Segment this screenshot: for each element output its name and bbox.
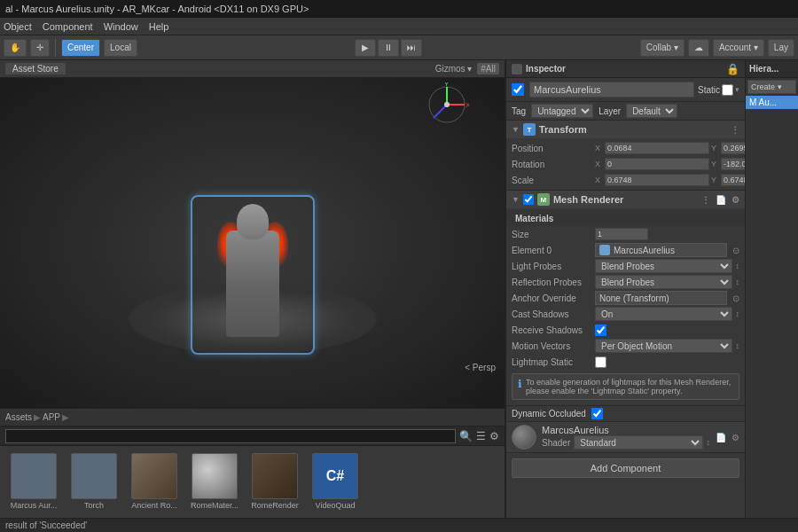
pos-x-input[interactable]	[605, 142, 709, 154]
move-tool-btn[interactable]: ✛	[30, 39, 50, 57]
add-component-btn[interactable]: Add Component	[512, 458, 739, 478]
lightmap-static-checkbox[interactable]	[595, 356, 606, 368]
mesh-renderer-options[interactable]: ⋮	[701, 195, 710, 205]
material-shader-row: Shader Standard ↕	[542, 435, 710, 450]
selection-glow	[191, 195, 315, 355]
static-dropdown-arrow[interactable]: ▾	[735, 85, 739, 94]
layer-select[interactable]: Default	[626, 104, 677, 118]
lock-icon[interactable]: 🔒	[726, 63, 739, 75]
mesh-renderer-enabled[interactable]	[523, 194, 534, 205]
anchor-override-ref[interactable]: None (Transform)	[595, 291, 727, 305]
rot-y-field: Y	[711, 158, 745, 170]
asset-item-torch[interactable]: Torch	[67, 453, 121, 510]
search-icon[interactable]: 🔍	[459, 430, 473, 442]
collab-btn[interactable]: Collab ▾	[640, 39, 685, 57]
transform-options[interactable]: ⋮	[731, 125, 739, 135]
light-probes-select[interactable]: Blend Probes	[595, 259, 732, 273]
inspector-panel: Inspector 🔒 Static ▾ Tag Untagged Layer …	[505, 60, 745, 532]
asset-thumb-romemater	[192, 453, 238, 499]
step-btn[interactable]: ⏭	[401, 39, 422, 57]
position-xyz: X Y Z	[595, 142, 745, 154]
scale-x-label: X	[595, 176, 604, 184]
tag-layer-row: Tag Untagged Layer Default	[506, 102, 745, 121]
all-dropdown[interactable]: #All	[477, 63, 499, 74]
filter-icon[interactable]: ☰	[476, 430, 486, 442]
layer-label: Layer	[598, 106, 621, 116]
hierarchy-create-btn[interactable]: Create ▾	[747, 80, 796, 94]
pos-y-input[interactable]	[721, 142, 745, 154]
scene-content[interactable]: X Y < Persp	[0, 78, 505, 408]
breadcrumb-assets[interactable]: Assets	[5, 412, 32, 422]
size-input[interactable]	[595, 228, 648, 240]
element0-target-btn[interactable]: ⊙	[732, 246, 739, 255]
layout-btn[interactable]: Lay	[768, 39, 794, 57]
right-toolbar: Collab ▾ ☁ Account ▾ Lay	[640, 39, 794, 57]
object-active-checkbox[interactable]	[512, 83, 524, 96]
pause-btn[interactable]: ⏸	[378, 39, 399, 57]
materials-label: Materials	[515, 214, 553, 223]
asset-item-ancient[interactable]: Ancient Ro...	[128, 453, 181, 510]
scene-gizmo[interactable]: X Y	[425, 82, 469, 127]
receive-shadows-label: Receive Shadows	[512, 325, 591, 335]
settings-icon[interactable]: ⚙	[489, 430, 499, 442]
asset-store-tab[interactable]: Asset Store	[5, 63, 66, 74]
mesh-renderer-body: Materials Size Element 0 MarcusAurelius …	[506, 208, 745, 405]
rotation-xyz: X Y Z	[595, 158, 745, 170]
cast-shadows-select[interactable]: On	[595, 307, 732, 321]
menu-component[interactable]: Component	[43, 21, 93, 32]
account-btn[interactable]: Account ▾	[713, 39, 764, 57]
local-btn[interactable]: Local	[104, 39, 137, 57]
toolbar-separator-1	[55, 39, 56, 57]
pos-x-label: X	[595, 144, 604, 153]
object-name-input[interactable]	[529, 82, 694, 98]
rot-y-input[interactable]	[721, 158, 745, 170]
mesh-renderer-header[interactable]: ▼ M Mesh Renderer ⋮ 📄 ⚙	[506, 191, 745, 208]
asset-item-romemater[interactable]: RomeMater...	[188, 453, 241, 510]
shader-select[interactable]: Standard	[574, 435, 702, 450]
hierarchy-item-ma[interactable]: M Au...	[746, 96, 798, 109]
scale-y-label: Y	[711, 176, 720, 184]
tag-select[interactable]: Untagged	[531, 104, 593, 118]
material-btn1[interactable]: 📄	[716, 433, 726, 442]
play-btn[interactable]: ▶	[355, 39, 376, 57]
asset-item-videoquad[interactable]: C# VideoQuad	[309, 453, 362, 510]
receive-shadows-checkbox[interactable]	[595, 325, 606, 336]
rotation-row: Rotation X Y Z	[506, 156, 745, 172]
menu-help[interactable]: Help	[149, 21, 169, 32]
motion-vectors-select[interactable]: Per Object Motion	[595, 339, 732, 353]
title-text: al - Marcus Aurelius.unity - AR_MKcar - …	[5, 4, 309, 14]
asset-item-marcus[interactable]: Marcus Aur...	[7, 453, 60, 510]
scale-y-field: Y	[711, 174, 745, 186]
center-btn[interactable]: Center	[61, 39, 100, 57]
gizmos-btn[interactable]: Gizmos ▾	[435, 64, 473, 74]
scale-x-input[interactable]	[605, 174, 709, 186]
anchor-override-target-btn[interactable]: ⊙	[732, 293, 739, 303]
scale-y-input[interactable]	[721, 174, 745, 186]
breadcrumb-app[interactable]: APP	[43, 412, 60, 422]
pos-y-field: Y	[711, 142, 745, 154]
element0-ref[interactable]: MarcusAurelius	[595, 243, 727, 257]
cloud-btn[interactable]: ☁	[688, 39, 709, 57]
rot-x-input[interactable]	[605, 158, 709, 170]
menu-object[interactable]: Object	[4, 21, 32, 32]
scene-view[interactable]: Asset Store Gizmos ▾ #All	[0, 60, 505, 408]
lightmap-info-text: To enable generation of lightmaps for th…	[526, 378, 733, 395]
reflection-probes-select[interactable]: Blend Probes	[595, 275, 732, 289]
mesh-renderer-btn2[interactable]: ⚙	[732, 195, 739, 205]
anchor-override-row: Anchor Override None (Transform) ⊙	[506, 290, 745, 306]
mesh-renderer-btn1[interactable]: 📄	[716, 195, 726, 205]
menu-window[interactable]: Window	[104, 21, 138, 32]
rot-x-field: X	[595, 158, 709, 170]
light-probes-label: Light Probes	[512, 262, 591, 271]
asset-search-input[interactable]	[5, 429, 456, 443]
asset-label-videoquad: VideoQuad	[316, 501, 356, 510]
material-btn2[interactable]: ⚙	[732, 433, 739, 442]
static-checkbox[interactable]	[722, 84, 733, 96]
tag-label: Tag	[512, 106, 526, 116]
transform-header[interactable]: ▼ T Transform ⋮	[506, 121, 745, 138]
hand-tool-btn[interactable]: ✋	[4, 39, 27, 57]
anchor-override-label: Anchor Override	[512, 293, 591, 303]
static-label: Static	[698, 85, 720, 95]
dynamic-occluded-checkbox[interactable]	[591, 408, 603, 419]
asset-item-romerender[interactable]: RomeRender	[248, 453, 301, 510]
